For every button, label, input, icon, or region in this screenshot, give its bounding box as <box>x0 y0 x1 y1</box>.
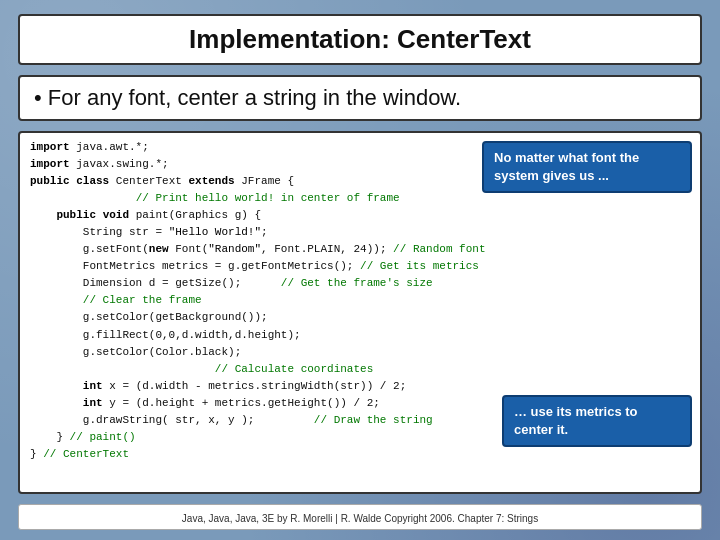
footer-box: Java, Java, Java, 3E by R. Morelli | R. … <box>18 504 702 530</box>
footer-text: Java, Java, Java, 3E by R. Morelli | R. … <box>182 513 538 524</box>
content-area: import java.awt.*; import javax.swing.*;… <box>18 131 702 494</box>
bullet-text: • For any font, center a string in the w… <box>34 85 461 110</box>
callout-top-right: No matter what font the system gives us … <box>482 141 692 193</box>
title-box: Implementation: CenterText <box>18 14 702 65</box>
bullet-box: • For any font, center a string in the w… <box>18 75 702 121</box>
slide: Implementation: CenterText • For any fon… <box>0 0 720 540</box>
slide-title: Implementation: CenterText <box>189 24 531 54</box>
callout-bottom-right: … use its metrics to center it. <box>502 395 692 447</box>
code-section: import java.awt.*; import javax.swing.*;… <box>18 131 702 494</box>
